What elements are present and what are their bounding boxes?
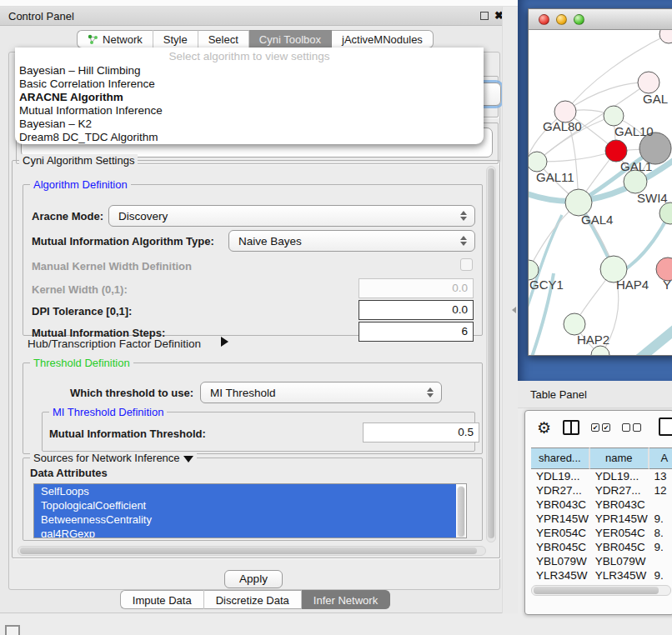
tab-impute-data[interactable]: Impute Data: [120, 590, 204, 609]
table-row[interactable]: YBL079WYBL079W: [531, 554, 672, 568]
expand-arrow-icon[interactable]: [221, 337, 228, 347]
list-item[interactable]: SelfLoops: [34, 484, 456, 498]
tab-infer-network[interactable]: Infer Network: [302, 590, 390, 609]
splitter-collapse-icon[interactable]: [512, 307, 516, 313]
table-cell: YPR145W: [590, 512, 649, 526]
minimize-traffic-light-icon[interactable]: [556, 14, 567, 25]
select-all-columns-icon[interactable]: ✔✔: [591, 423, 610, 432]
mi-threshold-field[interactable]: 0.5: [363, 422, 479, 442]
table-row[interactable]: YLR345WYLR345W9.: [531, 568, 672, 582]
table-cell: YDR27...: [531, 483, 590, 498]
network-view-window: GALGAL80GAL10GAL1GAL11SWI4GAL4GCY1HAP4YH…: [528, 8, 672, 356]
manual-kernel-checkbox[interactable]: [460, 258, 473, 271]
table-cell: YIL052C: [531, 582, 590, 584]
node-label: GAL10: [614, 124, 654, 138]
table-cell: YER054C: [590, 526, 649, 540]
close-traffic-light-icon[interactable]: [539, 14, 549, 25]
table-cell: YDR27...: [590, 483, 649, 498]
network-node-gal10[interactable]: [604, 106, 624, 126]
list-item[interactable]: BetweennessCentrality: [34, 512, 456, 527]
network-node[interactable]: [591, 346, 609, 355]
node-label: Y: [663, 278, 671, 292]
network-node-gal[interactable]: [638, 72, 659, 93]
cyni-settings-legend: Cyni Algorithm Settings: [19, 154, 138, 167]
table-header-row: shared...nameA: [531, 448, 672, 469]
table-row[interactable]: YER054CYER054C8.: [531, 526, 672, 540]
table-cell: [649, 498, 672, 512]
table-cell: 9.: [649, 568, 672, 582]
network-node[interactable]: [659, 202, 672, 224]
dropdown-option[interactable]: Dream8 DC_TDC Algorithm: [15, 131, 484, 144]
dropdown-prompt: Select algorithm to view settings: [15, 49, 484, 64]
kernel-width-label: Kernel Width (0,1):: [32, 283, 128, 296]
table-row[interactable]: YPR145WYPR145W9.: [531, 512, 672, 526]
threshold-definition-group: Threshold Definition Which threshold to …: [23, 362, 483, 454]
table-hscrollbar[interactable]: [531, 585, 671, 596]
control-panel-tabs: NetworkStyleSelectCyni ToolboxjActiveMNo…: [0, 30, 510, 48]
dropdown-option[interactable]: Mutual Information Inference: [15, 104, 484, 118]
list-scrollbar[interactable]: [457, 486, 465, 538]
dropdown-option[interactable]: Bayesian – Hill Climbing: [15, 64, 484, 78]
dropdown-option[interactable]: ARACNE Algorithm: [15, 91, 484, 104]
which-threshold-select[interactable]: MI Threshold: [200, 382, 442, 403]
network-node-gal11[interactable]: [529, 152, 547, 172]
settings-vscrollbar[interactable]: [486, 166, 496, 542]
tab-network[interactable]: Network: [77, 30, 153, 48]
table-row[interactable]: YBR045CYBR045C9.: [531, 540, 672, 554]
data-attributes-list[interactable]: SelfLoopsTopologicalCoefficientBetweenne…: [33, 483, 467, 538]
dpi-tolerance-field[interactable]: 0.0: [359, 300, 474, 320]
kernel-width-field[interactable]: 0.0: [359, 278, 474, 298]
sources-group: Sources for Network Inference Data Attri…: [23, 458, 483, 541]
algorithm-dropdown-popup: Select algorithm to view settings Bayesi…: [15, 48, 484, 144]
table-panel-titlebar[interactable]: Table Panel: [518, 381, 672, 408]
which-threshold-label: Which threshold to use:: [70, 387, 193, 399]
table-cell: YBR043C: [590, 498, 649, 512]
dropdown-option[interactable]: Basic Correlation Inference: [15, 78, 484, 91]
column-header-A[interactable]: A: [649, 448, 672, 469]
dropdown-option[interactable]: Bayesian – K2: [15, 118, 484, 131]
network-canvas[interactable]: GALGAL80GAL10GAL1GAL11SWI4GAL4GCY1HAP4YH…: [529, 30, 672, 355]
node-label: GAL: [643, 92, 668, 106]
settings-hscrollbar[interactable]: [18, 546, 486, 556]
network-window-titlebar[interactable]: [529, 9, 672, 30]
table-row[interactable]: YDL19...YDL19...13: [531, 469, 672, 483]
table-cell: 8.: [649, 526, 672, 540]
deselect-all-columns-icon[interactable]: [622, 423, 641, 432]
table-row[interactable]: YDR27...YDR27...12: [531, 483, 672, 498]
table-cell: YBR045C: [531, 540, 590, 554]
table-cell: 13: [649, 469, 672, 483]
aracne-mode-select[interactable]: Discovery: [108, 205, 475, 227]
cyni-algorithm-settings-group: Cyni Algorithm Settings Algorithm Defini…: [12, 160, 500, 558]
table-row[interactable]: YBR043CYBR043C: [531, 498, 672, 512]
tab-cyni-toolbox[interactable]: Cyni Toolbox: [249, 30, 332, 48]
function-builder-icon[interactable]: [659, 418, 672, 436]
mi-steps-field[interactable]: 6: [359, 322, 474, 342]
column-header-name[interactable]: name: [590, 448, 649, 469]
apply-button[interactable]: Apply: [224, 570, 283, 588]
tab-jactivemnodules[interactable]: jActiveMNodules: [332, 30, 434, 48]
sources-legend-text: Sources for Network Inference: [33, 452, 180, 464]
data-attributes-label: Data Attributes: [30, 467, 108, 479]
network-node[interactable]: [659, 30, 672, 43]
zoom-traffic-light-icon[interactable]: [574, 14, 584, 25]
dpi-tolerance-label: DPI Tolerance [0,1]:: [32, 305, 132, 318]
tab-style[interactable]: Style: [153, 30, 198, 48]
spinner-icon: [427, 388, 434, 398]
list-item[interactable]: TopologicalCoefficient: [34, 498, 456, 512]
gear-icon[interactable]: ⚙: [537, 420, 551, 436]
mi-algorithm-type-select[interactable]: Naive Bayes: [228, 230, 475, 252]
collapse-arrow-icon[interactable]: [183, 456, 193, 462]
network-node-swi4[interactable]: [624, 170, 647, 193]
tab-discretize-data[interactable]: Discretize Data: [204, 590, 302, 609]
table-row[interactable]: YIL052CYIL052C9.: [531, 582, 672, 584]
list-item[interactable]: gal4RGexp: [34, 527, 456, 538]
control-panel-titlebar[interactable]: Control Panel ✖: [0, 7, 510, 26]
table-cell: YER054C: [531, 526, 590, 540]
float-window-icon[interactable]: [480, 12, 489, 20]
columns-icon[interactable]: [563, 420, 579, 435]
dock-grid-icon[interactable]: [5, 625, 20, 635]
node-label: GAL4: [581, 212, 613, 227]
network-graph: GALGAL80GAL10GAL1GAL11SWI4GAL4GCY1HAP4YH…: [529, 30, 672, 355]
column-header-shared[interactable]: shared...: [531, 448, 590, 469]
tab-select[interactable]: Select: [198, 30, 249, 48]
